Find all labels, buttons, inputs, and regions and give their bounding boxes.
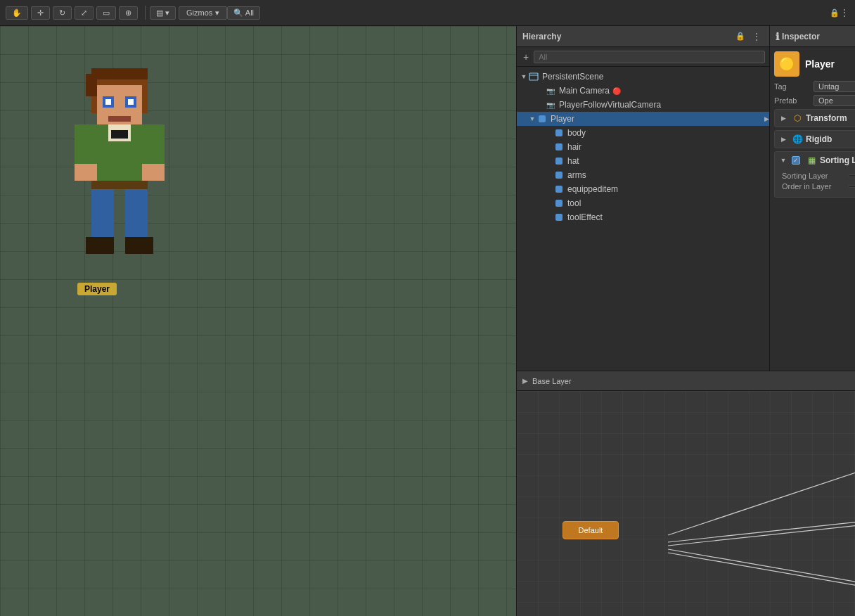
lock-icon: 🔒 — [830, 8, 840, 18]
animator-connections — [517, 391, 855, 616]
tree-item-body[interactable]: body — [517, 126, 769, 140]
svg-rect-26 — [555, 143, 562, 150]
hierarchy-search-input[interactable] — [534, 51, 765, 63]
svg-rect-25 — [555, 129, 562, 136]
eq-icon — [553, 184, 565, 195]
svg-rect-29 — [555, 186, 562, 193]
tree-item-hat[interactable]: hat — [517, 154, 769, 168]
scale-tool[interactable]: ⤢ — [75, 6, 94, 20]
animator-arrow-icon: ▶ — [522, 377, 528, 385]
layer-dropdown[interactable]: ▤ ▾ — [150, 6, 176, 20]
inspector-prefab-row: Prefab Ope — [774, 95, 855, 106]
scene-icon — [528, 71, 539, 82]
svg-rect-9 — [86, 74, 97, 96]
sorting-header[interactable]: ▼ ✓ ▦ Sorting Layer — [775, 152, 855, 169]
svg-rect-14 — [75, 164, 97, 181]
body-label: body — [567, 128, 586, 138]
sorting-layer-value[interactable] — [848, 174, 855, 177]
combo-tool[interactable]: ⊕ — [119, 6, 138, 20]
svg-rect-21 — [111, 130, 128, 139]
eq-arrow — [545, 185, 553, 193]
sorting-enable-checkbox[interactable]: ✓ — [792, 156, 800, 165]
pfvc-icon: 📷 — [545, 99, 556, 110]
svg-rect-28 — [555, 172, 562, 179]
order-in-layer-label: Order in Layer — [782, 182, 845, 191]
svg-rect-5 — [105, 99, 111, 105]
svg-rect-13 — [142, 124, 165, 169]
hierarchy-menu-button[interactable]: ⋮ — [750, 30, 764, 43]
hair-icon — [553, 141, 565, 153]
transform-label: Transform — [806, 113, 855, 123]
arms-icon — [553, 169, 565, 181]
tree-item-tool[interactable]: tool — [517, 196, 769, 210]
rigidbody-icon: 🌐 — [792, 134, 803, 145]
tree-item-player-follow-camera[interactable]: 📷 PlayerFollowVirtualCamera — [517, 98, 769, 112]
camera-arrow-empty — [536, 86, 545, 95]
hierarchy-inspector: Hierarchy 🔒 ⋮ + ▼ PersistentScene — [517, 26, 855, 371]
svg-rect-7 — [108, 116, 131, 122]
rigidbody-header[interactable]: ▶ 🌐 Rigidb — [775, 131, 855, 148]
sorting-layer-label: Sorting Layer — [782, 172, 845, 180]
hierarchy-title: Hierarchy — [522, 32, 561, 41]
inspector-header: ℹ Inspector 🔒 — [770, 26, 855, 47]
scene-label: PersistentScene — [542, 72, 603, 82]
main-camera-label: Main Camera — [559, 86, 610, 96]
svg-rect-12 — [75, 124, 97, 169]
bottom-layout: ▶ Base Layer Auto Live Link 🔒 ⋮ — [517, 371, 855, 616]
hat-label: hat — [567, 156, 579, 166]
svg-line-36 — [668, 553, 855, 598]
scene-canvas[interactable]: Player — [0, 26, 516, 616]
separator — [145, 6, 146, 20]
tree-item-main-camera[interactable]: 📷 Main Camera 🔴 — [517, 84, 769, 98]
tree-item-arms[interactable]: arms — [517, 168, 769, 182]
scene-arrow: ▼ — [520, 72, 528, 81]
body-arrow — [545, 129, 553, 137]
svg-rect-27 — [555, 158, 562, 165]
right-panel: Hierarchy 🔒 ⋮ + ▼ PersistentScene — [517, 26, 855, 616]
move-tool[interactable]: ✛ — [31, 6, 50, 20]
tree-item-hair[interactable]: hair — [517, 140, 769, 154]
prefab-value[interactable]: Ope — [814, 95, 855, 106]
inspector-object-header: 🟡 Player — [774, 51, 855, 77]
hat-arrow — [545, 157, 553, 165]
prefab-label: Prefab — [774, 96, 809, 105]
animator-canvas[interactable]: Default TreeFall TreeFall TreeWo — [517, 391, 855, 616]
camera-dirty-icon: 🔴 — [612, 87, 621, 95]
inspector-info-icon: ℹ — [776, 31, 779, 42]
rotate-tool[interactable]: ↻ — [53, 6, 72, 20]
arms-arrow — [545, 171, 553, 179]
inspector-object-name: Player — [805, 58, 835, 70]
order-in-layer-value[interactable] — [848, 185, 855, 188]
player-sprite — [63, 68, 176, 293]
tree-item-tooleffect[interactable]: toolEffect — [517, 210, 769, 224]
gizmos-arrow: ▾ — [215, 8, 219, 18]
tree-item-persistentscene[interactable]: ▼ PersistentScene — [517, 70, 769, 84]
animator-header: ▶ Base Layer Auto Live Link 🔒 ⋮ — [517, 371, 855, 391]
svg-rect-6 — [128, 99, 134, 105]
main-layout: Player Hierarchy 🔒 ⋮ + — [0, 26, 855, 616]
rect-tool[interactable]: ▭ — [96, 6, 116, 20]
sorting-body: Sorting Layer Order in Layer — [775, 169, 855, 197]
rigidbody-arrow: ▶ — [779, 135, 788, 143]
tag-value[interactable]: Untag — [814, 81, 855, 92]
tree-item-equippeditem[interactable]: equippeditem — [517, 182, 769, 196]
animator-node-default[interactable]: Default — [562, 521, 619, 539]
hierarchy-panel: Hierarchy 🔒 ⋮ + ▼ PersistentScene — [517, 26, 770, 371]
hat-icon — [553, 155, 565, 167]
transform-header[interactable]: ▶ ⬡ Transform — [775, 110, 855, 127]
search-all-btn[interactable]: 🔍 All — [227, 6, 260, 20]
sorting-arrow: ▼ — [779, 156, 788, 165]
hand-tool[interactable]: ✋ — [6, 6, 28, 20]
gizmos-button[interactable]: Gizmos ▾ — [179, 6, 227, 20]
svg-line-35 — [668, 549, 855, 595]
tree-item-player[interactable]: ▼ Player ▶ — [517, 112, 769, 126]
tag-label: Tag — [774, 82, 809, 91]
hierarchy-add-button[interactable]: + — [521, 51, 531, 63]
svg-rect-15 — [142, 164, 165, 181]
inspector-object-icon: 🟡 — [774, 51, 799, 77]
rigidbody-component: ▶ 🌐 Rigidb — [774, 130, 855, 148]
tool-icon — [553, 198, 565, 209]
arms-label: arms — [567, 170, 586, 180]
pfvc-arrow-empty — [536, 101, 545, 109]
menu-dots-icon[interactable]: ⋮ — [840, 7, 849, 18]
